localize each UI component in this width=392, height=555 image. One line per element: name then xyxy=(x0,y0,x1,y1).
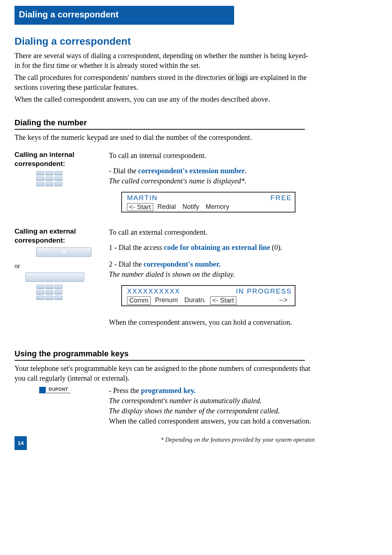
highlight-text: or logs xyxy=(228,73,248,81)
softkey-notify[interactable]: Notify xyxy=(180,203,201,211)
softkey-next[interactable]: --> xyxy=(277,296,290,305)
prog-result-1: The correspondent's number is automatica… xyxy=(109,396,316,406)
prog-result-2: The display shows the number of the corr… xyxy=(109,406,316,416)
step-text: - Dial the xyxy=(109,167,138,175)
intro-paragraph-2: The call procedures for correspondents' … xyxy=(15,73,310,92)
internal-step: - Dial the correspondent's extension num… xyxy=(109,166,316,176)
softkey-duratn[interactable]: Duratn. xyxy=(182,296,208,305)
line-key-icon xyxy=(25,272,84,282)
lcd-display-internal: MARTIN FREE <- Start Redial Notify Memor… xyxy=(121,192,295,212)
step-text: - Press the xyxy=(109,386,141,394)
internal-result: The called correspondent's name is displ… xyxy=(109,176,316,186)
left-column: Calling an internal correspondent: xyxy=(15,150,109,187)
block-programmable-key: DUPONT - Press the programmed key. The c… xyxy=(15,385,316,426)
prog-closing: When the called correspondent answers, y… xyxy=(109,416,316,426)
softkey-start[interactable]: <- Start xyxy=(127,203,153,211)
footnote: * Depending on the features provided by … xyxy=(161,436,316,443)
right-column: To call an external correspondent. 1 - D… xyxy=(109,227,316,327)
key-label: DUPONT xyxy=(46,387,70,394)
section-heading-progkeys: Using the programmable keys xyxy=(15,349,305,361)
step-text: (0). xyxy=(270,243,282,251)
keypad-icon xyxy=(36,285,62,300)
line-key-icon xyxy=(36,247,91,257)
intro-text: The call procedures for correspondents' … xyxy=(15,73,228,81)
lcd-display-external: XXXXXXXXXX IN PROGRESS Comm Prenum Durat… xyxy=(121,285,295,306)
section-lead: The keys of the numeric keypad are used … xyxy=(15,133,310,142)
page-title: Dialing a correspondent xyxy=(15,36,377,47)
page-footer: 14 * Depending on the features provided … xyxy=(15,436,316,450)
key-indicator-icon xyxy=(39,387,46,393)
section-tab: Dialing a correspondent xyxy=(15,6,234,25)
lcd-number: XXXXXXXXXX xyxy=(127,287,180,296)
left-column: DUPONT xyxy=(15,385,109,394)
external-result: The number dialed is shown on the displa… xyxy=(109,269,316,279)
external-lead: To call an external correspondent. xyxy=(109,227,316,237)
softkey-prenum[interactable]: Prenum xyxy=(153,296,180,305)
lcd-status: FREE xyxy=(270,193,292,203)
link-programmed-key: programmed key. xyxy=(141,386,196,394)
keypad-icon xyxy=(36,171,62,186)
section-lead: Your telephone set's programmable keys c… xyxy=(15,364,310,383)
external-step-2: 2 - Dial the correspondent's number. xyxy=(109,259,316,269)
external-step-1: 1 - Dial the access code for obtaining a… xyxy=(109,242,316,252)
page-number: 14 xyxy=(15,436,27,450)
block-internal-call: Calling an internal correspondent: To ca… xyxy=(15,150,316,212)
softkey-memory[interactable]: Memory xyxy=(204,203,232,211)
or-label: or xyxy=(15,262,109,270)
label-external: Calling an external correspondent: xyxy=(15,227,109,245)
right-column: To call an internal correspondent. - Dia… xyxy=(109,150,316,212)
softkey-redial[interactable]: Redial xyxy=(155,203,178,211)
left-column: Calling an external correspondent: or xyxy=(15,227,109,301)
page: Dialing a correspondent Dialing a corres… xyxy=(0,0,392,555)
step-text: 1 - Dial the access xyxy=(109,243,164,251)
prog-step: - Press the programmed key. xyxy=(109,385,316,396)
right-column: - Press the programmed key. The correspo… xyxy=(109,385,316,426)
softkey-start[interactable]: <- Start xyxy=(210,296,236,305)
step-text: . xyxy=(245,167,247,175)
block-external-call: Calling an external correspondent: or To… xyxy=(15,227,316,327)
lcd-status: IN PROGRESS xyxy=(236,287,292,296)
section-heading-dialing: Dialing the number xyxy=(15,118,305,130)
internal-lead: To call an internal correspondent. xyxy=(109,150,316,161)
label-internal: Calling an internal correspondent: xyxy=(15,150,109,168)
programmable-key-icon: DUPONT xyxy=(39,387,109,394)
intro-paragraph-3: When the called correspondent answers, y… xyxy=(15,94,310,104)
link-access-code: code for obtaining an external line xyxy=(164,243,270,251)
external-closing: When the correspondent answers, you can … xyxy=(109,317,316,327)
link-extension-number: correspondent's extension number xyxy=(138,167,245,175)
step-text: 2 - Dial the xyxy=(109,260,144,268)
softkey-comm[interactable]: Comm xyxy=(127,296,151,305)
lcd-name: MARTIN xyxy=(127,193,158,203)
link-correspondent-number: correspondent's number. xyxy=(144,260,221,268)
intro-paragraph-1: There are several ways of dialing a corr… xyxy=(15,51,310,70)
